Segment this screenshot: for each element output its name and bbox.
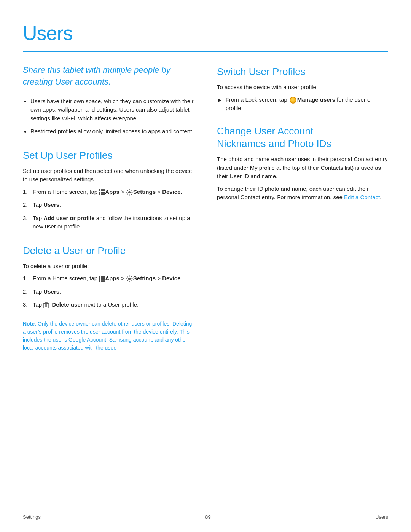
intro-text: Share this tablet with multiple people b…	[23, 64, 194, 88]
set-up-intro: Set up user profiles and then select one…	[23, 167, 194, 184]
switch-intro: To access the device with a user profile…	[217, 83, 388, 92]
list-item: 1. From a Home screen, tap Apps >	[23, 188, 194, 197]
delete-intro: To delete a user or profile:	[23, 262, 194, 271]
step-number: 2.	[23, 201, 30, 209]
note-text: : Only the device owner can delete other…	[23, 321, 192, 351]
delete-steps: 1. From a Home screen, tap Apps >	[23, 274, 194, 309]
device-label: Device	[162, 275, 180, 281]
apps-icon	[99, 276, 105, 282]
list-item: 3. Tap Add user or profile and follow th…	[23, 214, 194, 231]
apps-icon	[99, 189, 105, 195]
step-content: Tap Add user or profile and follow the i…	[33, 214, 194, 231]
users-label: Users	[43, 288, 59, 295]
svg-rect-4	[44, 303, 48, 308]
step-number: 1.	[23, 274, 30, 283]
settings-label: Settings	[133, 275, 156, 281]
step-content: From a Home screen, tap Apps >	[33, 188, 194, 197]
settings-icon	[126, 275, 133, 282]
step-content: Tap Users.	[33, 288, 194, 296]
step-number: 3.	[23, 214, 30, 223]
list-item: Users have their own space, which they c…	[30, 97, 194, 123]
change-para2: To change their ID photo and name, each …	[217, 185, 388, 202]
delete-user-label: Delete user	[52, 301, 83, 308]
settings-icon	[126, 189, 133, 196]
footer-center: 89	[205, 513, 210, 521]
change-para1: The photo and name each user uses in the…	[217, 155, 388, 181]
delete-section: Delete a User or Profile To delete a use…	[23, 243, 194, 352]
list-item: 3. Tap Delete user	[23, 300, 194, 309]
arrow-icon: ►	[217, 96, 223, 105]
set-up-section: Set Up User Profiles Set up user profile…	[23, 148, 194, 231]
footer-right: Users	[375, 513, 388, 521]
switch-heading: Switch User Profiles	[217, 64, 388, 79]
list-item: 1. From a Home screen, tap Apps >	[23, 274, 194, 283]
add-user-label: Add user or profile	[43, 215, 94, 221]
change-account-heading: Change User Account Nicknames and Photo …	[217, 125, 388, 151]
list-item: Restricted profiles allow only limited a…	[30, 127, 194, 136]
step-number: 3.	[23, 300, 30, 309]
step-number: 2.	[23, 288, 30, 296]
change-account-section: Change User Account Nicknames and Photo …	[217, 125, 388, 202]
step-number: 1.	[23, 188, 30, 197]
delete-icon	[43, 302, 49, 308]
switch-section: Switch User Profiles To access the devic…	[217, 64, 388, 113]
users-label: Users	[43, 201, 59, 208]
manage-users-label: Manage users	[297, 96, 335, 103]
right-column: Switch User Profiles To access the devic…	[217, 64, 388, 502]
settings-label: Settings	[133, 189, 156, 195]
switch-bullet-text: From a Lock screen, tap Manage users for…	[226, 96, 388, 113]
apps-label: Apps	[105, 189, 119, 195]
step-content: From a Home screen, tap Apps >	[33, 274, 194, 283]
apps-label: Apps	[105, 275, 119, 281]
title-divider	[23, 51, 388, 52]
footer-left: Settings	[23, 513, 41, 521]
intro-bullet-list: Users have their own space, which they c…	[23, 97, 194, 136]
delete-heading: Delete a User or Profile	[23, 243, 194, 258]
set-up-steps: 1. From a Home screen, tap Apps >	[23, 188, 194, 231]
edit-contact-link[interactable]: Edit a Contact	[344, 194, 380, 200]
step-content: Tap Users.	[33, 201, 194, 209]
note-label: Note	[23, 321, 35, 327]
left-column: Share this tablet with multiple people b…	[23, 64, 194, 502]
list-item: 2. Tap Users.	[23, 201, 194, 209]
step-content: Tap Delete user next to a User profile.	[33, 300, 194, 309]
note-block: Note: Only the device owner can delete o…	[23, 320, 194, 352]
set-up-heading: Set Up User Profiles	[23, 148, 194, 163]
page-footer: Settings 89 Users	[0, 513, 411, 521]
device-label: Device	[162, 189, 180, 195]
switch-bullet-item: ► From a Lock screen, tap Manage users f…	[217, 96, 388, 113]
page-title: Users	[23, 18, 388, 48]
list-item: 2. Tap Users.	[23, 288, 194, 296]
